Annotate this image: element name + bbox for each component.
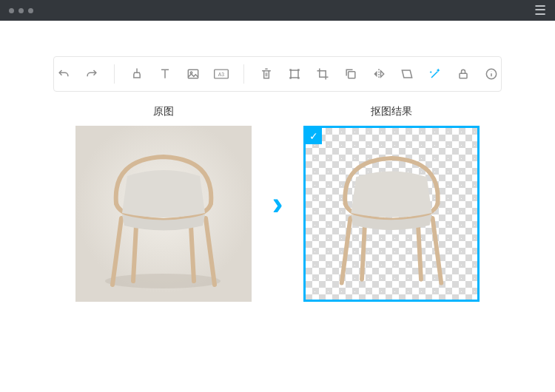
svg-rect-6 bbox=[297, 69, 300, 71]
text-icon[interactable] bbox=[156, 65, 174, 83]
toolbar-sep bbox=[114, 64, 115, 84]
menu-icon[interactable]: ☰ bbox=[534, 4, 546, 17]
toolbar-sep bbox=[243, 64, 244, 84]
editor-toolbar: A3 bbox=[53, 56, 502, 92]
aspect-ratio-icon[interactable]: A3 bbox=[212, 65, 230, 83]
redo-icon[interactable] bbox=[83, 65, 101, 83]
svg-rect-10 bbox=[460, 73, 467, 78]
window-dot-max[interactable] bbox=[28, 8, 33, 13]
original-panel: 原图 bbox=[75, 105, 252, 302]
info-icon[interactable] bbox=[482, 65, 500, 83]
delete-icon[interactable] bbox=[258, 65, 275, 83]
svg-rect-4 bbox=[291, 70, 298, 78]
svg-point-13 bbox=[105, 274, 221, 288]
window-controls bbox=[9, 8, 33, 13]
window-dot-close[interactable] bbox=[9, 8, 14, 13]
brush-icon[interactable] bbox=[128, 65, 146, 83]
copy-icon[interactable] bbox=[342, 65, 360, 83]
svg-rect-5 bbox=[289, 69, 292, 71]
flip-horizontal-icon[interactable] bbox=[370, 65, 388, 83]
editor-content: A3 原图 bbox=[0, 21, 555, 302]
undo-icon[interactable] bbox=[55, 65, 73, 83]
selected-check-icon: ✓ bbox=[306, 128, 322, 144]
chair-cutout bbox=[306, 128, 477, 300]
arrow-icon: › bbox=[272, 185, 283, 222]
original-image[interactable] bbox=[75, 126, 252, 302]
window-dot-min[interactable] bbox=[18, 8, 24, 13]
image-icon[interactable] bbox=[184, 65, 202, 83]
chair-original bbox=[75, 126, 252, 302]
compare-row: 原图 bbox=[53, 105, 502, 302]
window-titlebar: ☰ bbox=[0, 0, 555, 21]
result-image[interactable]: ✓ bbox=[303, 126, 480, 302]
skew-icon[interactable] bbox=[398, 65, 416, 83]
result-label: 抠图结果 bbox=[371, 105, 412, 118]
svg-rect-0 bbox=[188, 70, 198, 78]
magic-cutout-icon[interactable] bbox=[426, 65, 444, 83]
lock-icon[interactable] bbox=[454, 65, 472, 83]
result-panel: 抠图结果 ✓ bbox=[303, 105, 480, 302]
svg-rect-8 bbox=[297, 77, 300, 79]
svg-rect-9 bbox=[349, 72, 355, 78]
svg-rect-7 bbox=[289, 77, 292, 79]
crop-icon[interactable] bbox=[314, 65, 332, 83]
svg-text:A3: A3 bbox=[218, 72, 225, 77]
original-label: 原图 bbox=[153, 105, 174, 118]
transform-icon[interactable] bbox=[286, 65, 303, 83]
